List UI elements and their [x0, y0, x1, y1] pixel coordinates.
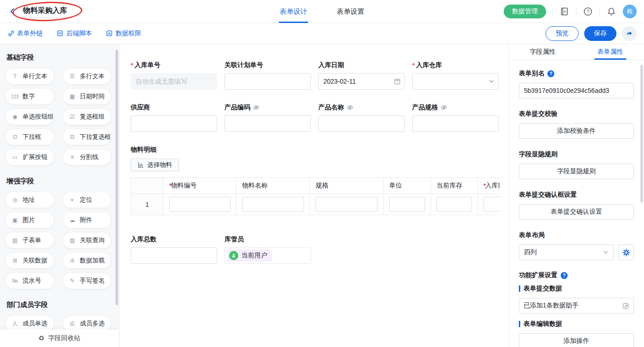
inbound-date-input[interactable]: 2023-02-11 7 — [318, 73, 405, 90]
help-icon[interactable]: ? — [547, 70, 554, 77]
save-button[interactable]: 保存 — [584, 26, 616, 41]
tab-form-design[interactable]: 表单设计 — [280, 0, 307, 23]
inbound-qty-cell-input[interactable] — [483, 197, 500, 212]
current-user-tag[interactable]: 当前用户 — [227, 250, 272, 262]
field-item-multi-line-text[interactable]: ☰多行文本 — [63, 68, 111, 84]
external-link-item[interactable]: 表单外链 — [7, 29, 43, 38]
edit-icon[interactable] — [622, 302, 629, 309]
preview-button[interactable]: 预览 — [546, 26, 579, 41]
docs-book-icon[interactable]: A — [559, 6, 569, 17]
eye-off-icon — [440, 104, 448, 111]
form-alias-input[interactable] — [519, 83, 634, 98]
supplier-input[interactable] — [131, 115, 217, 132]
notification-bell-icon[interactable] — [606, 6, 616, 17]
product-spec-input[interactable] — [412, 115, 499, 132]
product-name-input[interactable] — [318, 115, 405, 132]
subform-icon: ▤ — [11, 237, 19, 244]
multi-dropdown-icon: ⊟ — [69, 134, 76, 140]
material-code-cell-input[interactable] — [169, 197, 230, 212]
spec-cell-input[interactable] — [316, 197, 378, 212]
submit-confirm-button[interactable]: 表单提交确认设置 — [519, 204, 634, 220]
table-header-row: *物料编号 物料名称 规格 单位 当前库存 *入库数 — [131, 178, 500, 194]
field-item-radio-group[interactable]: ◉单选按钮组 — [6, 109, 54, 125]
help-icon[interactable]: ? — [561, 272, 568, 279]
data-manage-button[interactable]: 数据管理 — [504, 5, 546, 18]
field-product-name[interactable]: 产品名称 — [318, 103, 405, 132]
field-item-signature[interactable]: ✎手写签名 — [63, 273, 111, 289]
user-circle-icon — [229, 251, 238, 260]
tab-form-settings[interactable]: 表单设置 — [337, 0, 364, 23]
people-icon: 众 — [69, 320, 76, 328]
field-total-qty[interactable]: 入库总数 — [131, 235, 217, 264]
field-recycle-bin[interactable]: ♻ 字段回收站 — [0, 330, 119, 347]
field-supplier[interactable]: 供应商 — [131, 103, 217, 132]
field-item-image[interactable]: ▣图片 — [6, 212, 54, 228]
tab-form-properties[interactable]: 表单属性 — [576, 44, 644, 60]
field-item-divider-line[interactable]: ≡分割线 — [63, 149, 111, 165]
field-item-serial-number[interactable]: №流水号 — [6, 273, 54, 289]
layout-settings-button[interactable] — [618, 245, 634, 260]
field-item-subform[interactable]: ▤子表单 — [6, 233, 54, 248]
edit-data-label: 表单编辑数据 — [523, 320, 562, 328]
keeper-input[interactable]: 当前用户 — [224, 247, 311, 264]
field-item-member-single[interactable]: 人成员单选 — [6, 316, 54, 331]
section-bar — [519, 321, 520, 327]
tab-field-properties[interactable]: 字段属性 — [509, 44, 576, 60]
backend-script-item[interactable]: 后端脚本 — [57, 29, 92, 38]
avatar[interactable]: 检 — [623, 5, 637, 18]
field-item-datetime[interactable]: ▦日期时间 — [63, 89, 111, 104]
add-validation-button[interactable]: 添加校验条件 — [519, 123, 634, 139]
field-inbound-no[interactable]: *入库单号 — [131, 61, 217, 90]
field-item-member-multi[interactable]: 众成员多选 — [63, 316, 111, 331]
select-material-button[interactable]: 选择物料 — [131, 159, 179, 171]
field-item-extend-button[interactable]: ▭扩展按钮 — [6, 149, 54, 165]
field-item-number[interactable]: 123数字 — [6, 89, 54, 104]
field-warehouse-keeper[interactable]: 库管员 当前用户 — [224, 235, 311, 264]
product-code-input[interactable] — [224, 115, 311, 132]
field-item-attachment[interactable]: ☁附件 — [63, 212, 111, 228]
field-item-related-query[interactable]: ▥关联查询 — [63, 233, 111, 248]
field-inbound-date[interactable]: 入库日期 2023-02-11 7 — [318, 61, 405, 90]
field-item-single-line-text[interactable]: T单行文本 — [6, 68, 54, 84]
extension-settings-label: 功能扩展设置 — [519, 271, 558, 279]
visibility-rules-button[interactable]: 字段显隐规则 — [519, 164, 634, 179]
header-tabs: 表单设计 表单设置 — [280, 0, 364, 23]
image-icon: ▣ — [11, 217, 19, 223]
field-warehouse[interactable]: *入库仓库 — [412, 61, 499, 90]
data-permission-item[interactable]: 数据权限 — [106, 29, 141, 38]
layout-select[interactable]: 四列 — [519, 245, 614, 260]
chevron-down-icon — [603, 250, 609, 255]
field-product-spec[interactable]: 产品规格 — [412, 103, 499, 132]
plan-no-input[interactable] — [224, 73, 311, 90]
table-row: 1 — [131, 194, 500, 215]
material-name-cell-input[interactable] — [242, 197, 304, 212]
field-item-related-data[interactable]: ⊞关联数据 — [6, 253, 54, 268]
field-item-data-loading[interactable]: ılı数据加载 — [63, 253, 111, 268]
add-operation-button[interactable]: 添加操作 — [519, 333, 634, 347]
submit-validation-label: 表单提交校验 — [519, 110, 558, 118]
row-index: 1 — [131, 194, 164, 215]
field-product-code[interactable]: 产品编码 — [224, 103, 311, 132]
panel-scrollbar[interactable] — [640, 65, 643, 203]
data-assistant-box[interactable]: 已添加1条数据助手 — [519, 298, 634, 313]
help-icon[interactable]: ? — [583, 6, 593, 17]
page-title[interactable]: 物料采购入库 — [21, 5, 69, 18]
warehouse-select[interactable] — [412, 73, 499, 90]
total-qty-input[interactable] — [131, 247, 217, 264]
inbound-no-input[interactable] — [131, 73, 217, 90]
share-button[interactable] — [622, 26, 637, 41]
current-stock-cell-input[interactable] — [437, 197, 472, 212]
field-item-address[interactable]: ◎地址 — [6, 192, 54, 208]
form-layout-label: 表单布局 — [519, 231, 545, 239]
field-plan-no[interactable]: 关联计划单号 — [224, 61, 311, 90]
section-title-member-fields: 部门成员字段 — [6, 301, 111, 309]
unit-cell-input[interactable] — [389, 197, 425, 212]
eye-off-icon — [346, 104, 354, 111]
field-item-location[interactable]: ⌖定位 — [63, 192, 111, 208]
sidebar-scrollbar[interactable] — [115, 50, 118, 305]
field-item-checkbox-group[interactable]: ☑复选框组 — [63, 109, 111, 125]
person-icon: 人 — [11, 320, 19, 328]
back-icon[interactable] — [7, 6, 17, 17]
field-item-multi-dropdown[interactable]: ⊟下拉复选框 — [63, 129, 111, 145]
field-item-dropdown[interactable]: ⊡下拉框 — [6, 129, 54, 145]
